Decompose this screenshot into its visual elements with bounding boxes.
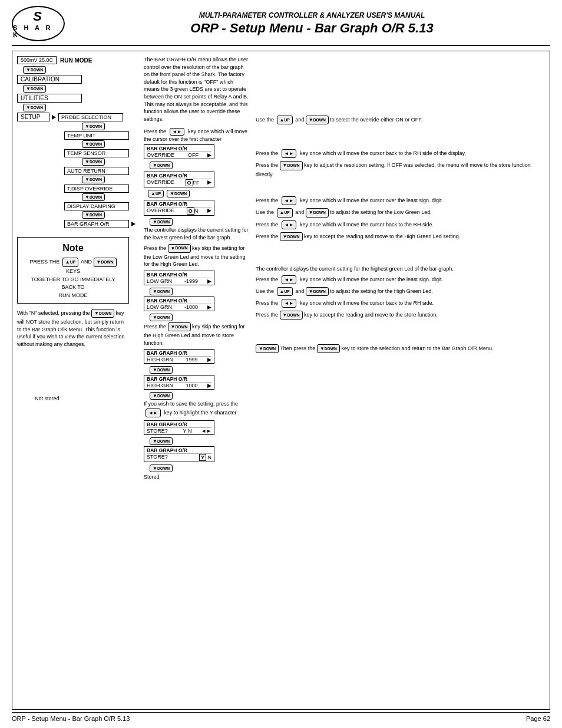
press-down-high-green: Press the ▼DOWN key skip the setting for…: [144, 322, 250, 347]
up-icon-a1: ▲UP: [277, 116, 293, 124]
up-key-icon[interactable]: ▲UP: [62, 258, 78, 267]
logo-text: S H A R K: [13, 24, 64, 38]
display-title-2: BAR GRAPH O/R: [147, 173, 211, 179]
display-low-grn-1000: BAR GRAPH O/R LOW GRN-1000▶: [144, 296, 250, 312]
annotation-5: Use the ▲UP and ▼DOWN to adjust the sett…: [256, 207, 545, 218]
not-stored-label: Not stored: [35, 396, 141, 401]
display-override-on: BAR GRAPH O/R OVERRIDEON▶: [144, 199, 250, 216]
bar-graph-or[interactable]: BAR GRAPH O/R: [64, 220, 129, 228]
display-override-off2: BAR GRAPH O/R OVERRIDEOFF▶: [144, 171, 250, 188]
display-title-8: BAR GRAPH O/R: [147, 421, 211, 428]
submenu-tree: ▼DOWN TEMP UNIT ▼DOWN TEMP SENSOR ▼DOWN …: [64, 122, 141, 228]
down-btn-c9[interactable]: ▼DOWN: [150, 464, 250, 473]
down-btn-3[interactable]: ▼DOWN: [23, 103, 141, 112]
display-title-5: BAR GRAPH O/R: [147, 298, 211, 304]
setup-submenu: PROBE SELECTION: [58, 113, 123, 121]
down-btn-ps[interactable]: ▼DOWN: [82, 122, 141, 131]
display-damping[interactable]: DISPLAY DAMPING: [64, 202, 129, 210]
display-val-8: STORE?Y N◄►: [147, 428, 211, 434]
up-down-btns-1: ▲UP ▼DOWN: [147, 189, 250, 198]
down-btn-c5[interactable]: ▼DOWN: [150, 313, 250, 322]
display-readout: 500mV 25.0C: [17, 56, 57, 64]
down-btn-ts[interactable]: ▼DOWN: [82, 157, 141, 166]
display-val-3: OVERRIDEON▶: [147, 207, 211, 215]
down-btn-c8[interactable]: ▼DOWN: [150, 437, 250, 446]
footer-left: ORP - Setup Menu - Bar Graph O/R 5.13: [12, 715, 130, 722]
annotation-4: Press the ◄► key once which will move th…: [256, 196, 545, 206]
annotation-10: Use the ▲UP and ▼DOWN to adjust the sett…: [256, 286, 545, 297]
header-main-title: ORP - Setup Menu - Bar Graph O/R 5.13: [74, 21, 550, 36]
annotation-3: Press the ▼DOWN key to adjust the resolu…: [256, 160, 545, 178]
display-val-9: STORE?Y N: [147, 454, 211, 461]
annotation-11: Press the ◄► key once which will move th…: [256, 298, 545, 308]
down-btn-c3[interactable]: ▼DOWN: [150, 218, 250, 226]
header-title-block: MULTI-PARAMETER CONTROLLER & ANALYZER US…: [74, 11, 550, 36]
spacer-top: [256, 56, 545, 115]
down-btn-dd[interactable]: ▼DOWN: [82, 210, 141, 219]
down-icon-a1: ▼DOWN: [306, 116, 329, 124]
display-title-4: BAR GRAPH O/R: [147, 272, 211, 278]
annotation-1: Use the ▲UP and ▼DOWN to select the over…: [256, 115, 545, 125]
calibration-menu[interactable]: CALIBRATION: [17, 75, 82, 84]
display-title-7: BAR GRAPH O/R: [147, 376, 211, 383]
utilities-menu[interactable]: UTILITIES: [17, 94, 82, 103]
display-val-5: LOW GRN-1000▶: [147, 304, 211, 310]
display-title-1: BAR GRAPH O/R: [147, 146, 211, 152]
tdisp-override[interactable]: T.DISP OVERRIDE: [64, 185, 129, 193]
down-btn-c6[interactable]: ▼DOWN: [150, 365, 250, 374]
logo: S S H A R K: [12, 6, 65, 41]
annotation-12: Press the ▼DOWN key to accept the readin…: [256, 310, 545, 320]
footer: ORP - Setup Menu - Bar Graph O/R 5.13 Pa…: [12, 712, 550, 722]
header: S S H A R K MULTI-PARAMETER CONTROLLER &…: [12, 6, 550, 46]
press-down-skip-green: Press the ▼DOWN key skip the setting for…: [144, 243, 250, 268]
run-mode-label: RUN MODE: [60, 57, 92, 64]
calibration-row: CALIBRATION: [17, 75, 141, 84]
down-btn-c7[interactable]: ▼DOWN: [150, 391, 250, 400]
down-btn-1[interactable]: ▼DOWN: [23, 65, 141, 74]
display-val-4: LOW GRN-1999▶: [147, 278, 211, 284]
note-title: Note: [24, 241, 123, 255]
page: S S H A R K MULTI-PARAMETER CONTROLLER &…: [0, 0, 562, 728]
down-key-icon[interactable]: ▼DOWN: [94, 258, 117, 267]
display-high-grn-1999: BAR GRAPH O/R HIGH GRN1999▶: [144, 348, 250, 364]
down-btn-2[interactable]: ▼DOWN: [23, 84, 141, 93]
intro-text: The BAR GRAPH O/R menu allows the user c…: [144, 56, 250, 123]
down-btn-c1[interactable]: ▼DOWN: [150, 161, 250, 170]
up-btn-1[interactable]: ▲UP: [148, 190, 164, 197]
setup-menu[interactable]: SETUP: [17, 113, 49, 121]
run-mode-row: 500mV 25.0C RUN MODE: [17, 56, 141, 64]
display-title-6: BAR GRAPH O/R: [147, 350, 211, 357]
down-btn-ar[interactable]: ▼DOWN: [82, 175, 141, 184]
annotation-7: Press the ▼DOWN key to accept the readin…: [256, 232, 545, 242]
center-flow: The BAR GRAPH O/R menu allows the user c…: [141, 56, 253, 704]
down-btn-c4[interactable]: ▼DOWN: [150, 287, 250, 296]
stored-label: Stored: [144, 474, 250, 480]
display-title-3: BAR GRAPH O/R: [147, 201, 211, 207]
annotation-8: The controller displays the current sett…: [256, 265, 545, 273]
display-store-yn2: BAR GRAPH O/R STORE?Y N: [144, 446, 250, 463]
if-wish-save: If you wish to save the setting, press t…: [144, 400, 250, 418]
temp-sensor[interactable]: TEMP SENSOR: [64, 149, 129, 157]
down-btn-tu[interactable]: ▼DOWN: [82, 140, 141, 149]
annotation-13: ▼DOWN Then press the ▼DOWN key to store …: [256, 344, 545, 354]
annotation-2: Press the ◄► key once which will move th…: [256, 149, 545, 159]
setup-row: SETUP PROBE SELECTION: [17, 113, 141, 121]
down-btn-c2[interactable]: ▼DOWN: [167, 190, 190, 197]
menu-tree: 500mV 25.0C RUN MODE ▼DOWN CALIBRATION ▼…: [17, 56, 141, 704]
display-val-1: OVERRIDEOFF▶: [147, 152, 211, 158]
annotation-9: Press the ◄► key once which will move th…: [256, 275, 545, 285]
annotation-6: Press the ◄► key once which will move th…: [256, 220, 545, 230]
down-btn-tdo[interactable]: ▼DOWN: [82, 193, 141, 202]
note-text: PRESS THE ▲UP AND ▼DOWN KEYS TOGETHER TO…: [24, 257, 123, 299]
press-key-note-1: Press the ◄► key once which will move th…: [144, 127, 250, 142]
display-override-off: BAR GRAPH O/R OVERRIDEOFF▶: [144, 144, 250, 160]
bar-graph-row: BAR GRAPH O/R: [64, 220, 141, 228]
auto-return[interactable]: AUTO RETURN: [64, 167, 129, 175]
right-arrow-icon: [52, 115, 56, 120]
bar-graph-arrow-icon: [131, 222, 135, 226]
press-down-desc: The controller displays the current sett…: [144, 226, 250, 241]
temp-unit[interactable]: TEMP UNIT: [64, 131, 129, 140]
probe-selection[interactable]: PROBE SELECTION: [58, 113, 123, 121]
display-low-grn-1999: BAR GRAPH O/R LOW GRN-1999▶: [144, 270, 250, 286]
display-val-7: HIGH GRN1000▶: [147, 383, 211, 388]
